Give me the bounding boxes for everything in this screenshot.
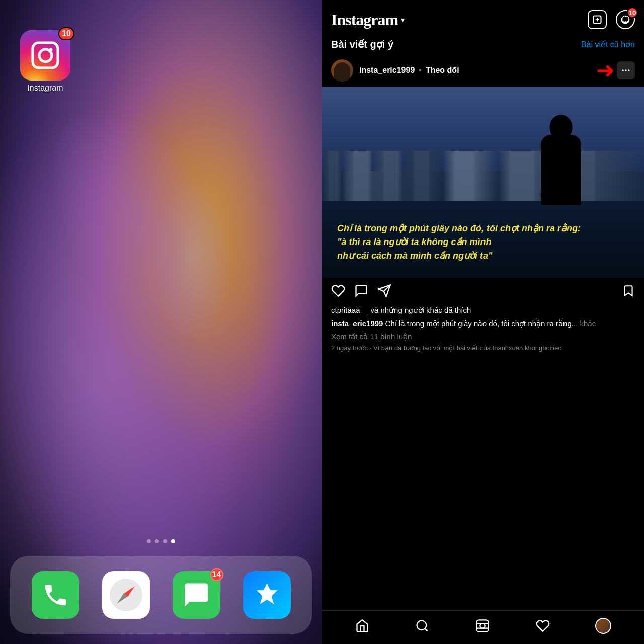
home-screen-icons: 10 Instagram [20, 30, 70, 93]
compass-white-needle [115, 593, 128, 605]
overlay-quote-text: Chỉ là trong một phút giây nào đó, tôi c… [337, 222, 629, 263]
page-dot-3 [163, 539, 167, 543]
instagram-header-actions: 10 [588, 10, 635, 29]
wallpaper [0, 0, 322, 644]
instagram-app-wrapper[interactable]: 10 Instagram [20, 30, 70, 93]
instagram-app-label: Instagram [27, 84, 63, 93]
older-posts-link[interactable]: Bài viết cũ hơn [581, 40, 635, 49]
post-caption: insta_eric1999 Chỉ là trong một phút giâ… [331, 318, 635, 330]
post-content-area: ctpritaaa__ và những người khác đã thích… [322, 306, 644, 352]
instagram-title-area[interactable]: Instagram ▾ [331, 11, 405, 29]
more-dots-icon [621, 65, 631, 75]
messenger-notification-badge: 10 [627, 7, 638, 18]
page-dot-1 [147, 539, 151, 543]
instagram-title: Instagram [331, 11, 398, 29]
instagram-camera-icon [32, 42, 59, 69]
likes-text: ctpritaaa__ và những người khác đã thích [331, 306, 635, 315]
avatar-silhouette [334, 62, 350, 82]
suggested-posts-header: Bài viết gợi ý Bài viết cũ hơn [322, 34, 644, 54]
svg-point-5 [628, 69, 629, 71]
bookmark-icon [622, 284, 635, 297]
share-icon [377, 284, 391, 298]
follow-button[interactable]: Theo dõi [426, 66, 459, 75]
svg-point-4 [625, 69, 626, 71]
separator-dot: • [419, 66, 422, 75]
svg-point-11 [480, 623, 485, 628]
comment-button[interactable] [354, 284, 368, 300]
post-username[interactable]: insta_eric1999 [359, 66, 415, 75]
left-panel: 10 Instagram 14 [0, 0, 322, 644]
messages-icon-svg [183, 581, 210, 609]
bookmark-button[interactable] [622, 284, 635, 299]
nav-reels-button[interactable] [475, 618, 490, 633]
caption-more[interactable]: khác [580, 319, 596, 328]
instagram-notification-badge: 10 [58, 27, 74, 40]
home-nav-icon [355, 619, 369, 633]
messages-notification-badge: 14 [210, 568, 223, 581]
plus-icon [592, 15, 602, 25]
instagram-dropdown-chevron-icon[interactable]: ▾ [401, 16, 405, 24]
nav-profile-avatar[interactable] [595, 618, 611, 634]
post-actions-bar [322, 278, 644, 306]
reels-nav-icon [475, 619, 490, 633]
heart-icon [331, 284, 345, 298]
svg-point-3 [622, 69, 624, 71]
safari-dock-icon[interactable] [102, 571, 150, 619]
nav-home-button[interactable] [355, 618, 370, 633]
instagram-header: Instagram ▾ 10 [322, 0, 644, 34]
suggested-posts-title: Bài viết gợi ý [331, 38, 393, 50]
phone-icon-svg [42, 581, 69, 609]
svg-rect-10 [476, 620, 488, 631]
svg-point-8 [417, 621, 427, 630]
more-button-area: ➜ [596, 59, 635, 82]
page-dot-2 [155, 539, 159, 543]
caption-text: Chỉ là trong một phút giây nào đó, tôi c… [385, 319, 580, 328]
search-nav-icon [415, 619, 429, 633]
person-silhouette [528, 115, 594, 205]
person-body [541, 135, 581, 205]
heart-nav-icon [536, 619, 550, 633]
messenger-button[interactable]: 10 [616, 10, 635, 29]
post-more-button[interactable] [617, 61, 635, 79]
phone-dock-icon[interactable] [32, 571, 79, 619]
dock: 14 [10, 556, 312, 634]
image-text-overlay: Chỉ là trong một phút giây nào đó, tôi c… [337, 222, 629, 263]
nav-heart-button[interactable] [535, 618, 550, 633]
messages-dock-icon[interactable]: 14 [173, 571, 220, 619]
share-button[interactable] [377, 284, 391, 300]
svg-line-9 [425, 628, 428, 631]
nav-search-button[interactable] [415, 618, 430, 633]
page-dot-4-active [171, 539, 175, 543]
caption-username[interactable]: insta_eric1999 [331, 319, 383, 328]
post-timestamp: 2 ngày trước · Vì bạn đã tương tác với m… [331, 344, 635, 352]
post-header: insta_eric1999 • Theo dõi ➜ [322, 54, 644, 87]
left-action-icons [331, 284, 622, 300]
post-user-avatar[interactable] [331, 59, 353, 82]
like-button[interactable] [331, 284, 345, 300]
view-comments-link[interactable]: Xem tất cả 11 bình luận [331, 332, 635, 341]
appstore-dock-icon[interactable] [243, 571, 291, 619]
appstore-icon-svg [253, 581, 281, 609]
instagram-panel: Instagram ▾ 10 Bài viết gợi ý Bài viết c… [322, 0, 644, 644]
new-post-button[interactable] [588, 10, 607, 29]
page-indicator-dots [0, 539, 322, 543]
city-skyline [322, 171, 644, 201]
instagram-bottom-nav [322, 610, 644, 644]
red-arrow-icon: ➜ [596, 59, 615, 82]
post-user-info: insta_eric1999 • Theo dõi [359, 66, 590, 75]
compass-inner [110, 579, 142, 611]
comment-icon [354, 284, 368, 298]
post-image: Chỉ là trong một phút giây nào đó, tôi c… [322, 87, 644, 278]
